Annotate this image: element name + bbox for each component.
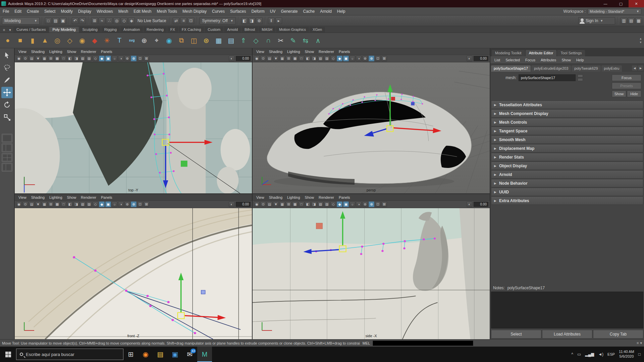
camera-attributes-icon[interactable]: ▤: [29, 201, 35, 207]
attribute-editor-footer-button[interactable]: Load Attributes: [542, 330, 592, 339]
viewport-menu-item[interactable]: Show: [65, 195, 79, 199]
gate-mask-icon[interactable]: ◨: [311, 201, 317, 207]
menu-item[interactable]: Curves: [209, 7, 227, 15]
shelf-tab[interactable]: Rendering: [144, 27, 167, 33]
attribute-section-header[interactable]: ▶ Mesh Component Display: [491, 109, 643, 118]
attribute-section-header[interactable]: ▶ Extra Attributes: [491, 196, 643, 205]
viewport-canvas-front[interactable]: front -Z: [15, 208, 252, 339]
viewport-menu-item[interactable]: Panels: [99, 195, 115, 199]
channel-box-toggle-icon[interactable]: ▥: [621, 17, 627, 24]
shelf-menu-icon[interactable]: ≡: [1, 27, 7, 33]
resolution-gate-icon[interactable]: ◧: [305, 201, 311, 207]
shelf-tab[interactable]: Bifrost: [241, 27, 258, 33]
use-all-lights-icon[interactable]: ☼: [112, 201, 117, 207]
wireframe-icon[interactable]: ◇: [93, 201, 98, 207]
maya-icon[interactable]: M: [197, 347, 212, 362]
anti-aliasing-icon[interactable]: ⊛: [369, 56, 374, 61]
menu-item[interactable]: Create: [24, 7, 42, 15]
safe-action-icon[interactable]: ▨: [86, 56, 92, 61]
viewport-menu-item[interactable]: Renderer: [78, 195, 99, 199]
search-input[interactable]: [26, 352, 120, 357]
shelf-options-icon[interactable]: ▾: [7, 27, 13, 33]
attribute-editor-menu-item[interactable]: Selected: [503, 58, 523, 62]
shelf-tab[interactable]: FX: [167, 27, 178, 33]
film-gate-icon[interactable]: □: [61, 56, 66, 61]
network-icon[interactable]: ▂▄▆: [585, 352, 594, 357]
battery-icon[interactable]: ▭: [577, 352, 581, 357]
shaded-icon[interactable]: ◆: [99, 201, 105, 207]
menu-item[interactable]: Edit Mesh: [131, 7, 154, 15]
attribute-section-header[interactable]: ▶ Tessellation Attributes: [491, 101, 643, 109]
isolate-select-icon[interactable]: ⊡: [375, 56, 381, 61]
isolate-select-icon[interactable]: ⊡: [137, 201, 143, 207]
attribute-section-header[interactable]: ▶ Smooth Mesh: [491, 135, 643, 144]
viewport-menu-item[interactable]: Renderer: [316, 50, 336, 54]
anti-aliasing-icon[interactable]: ⊛: [369, 201, 374, 207]
textured-icon[interactable]: ▣: [343, 56, 349, 61]
scale-tool[interactable]: [1, 112, 13, 123]
separate-icon[interactable]: ◫: [188, 35, 200, 46]
camera-attributes-icon[interactable]: ▤: [267, 201, 272, 207]
shelf-tab[interactable]: Poly Modeling: [49, 27, 78, 33]
viewport-menu-item[interactable]: View: [254, 50, 267, 54]
grid-toggle-icon[interactable]: ▩: [292, 201, 298, 207]
isolate-select-icon[interactable]: ⊡: [375, 201, 381, 207]
combine-icon[interactable]: ⧉: [176, 35, 187, 46]
lasso-tool[interactable]: [1, 62, 13, 73]
exposure-value[interactable]: 0.00: [474, 56, 488, 61]
make-live-icon[interactable]: ◈: [128, 17, 135, 24]
lock-camera-icon[interactable]: ⊙: [22, 56, 28, 61]
symmetry-selector[interactable]: Symmetry: Off ▼: [200, 17, 235, 24]
grid-toggle-icon[interactable]: ▩: [54, 201, 60, 207]
bevel-icon[interactable]: ◇: [250, 35, 262, 46]
mel-label[interactable]: MEL: [363, 341, 370, 345]
menu-set-selector[interactable]: Modeling ▼: [2, 17, 40, 24]
gate-mask-icon[interactable]: ◨: [73, 201, 79, 207]
platonic-solid-icon[interactable]: ◆: [89, 35, 100, 46]
bookmark-icon[interactable]: ▼: [35, 56, 41, 61]
safe-action-icon[interactable]: ▨: [324, 201, 330, 207]
close-button[interactable]: ✕: [629, 0, 644, 7]
shelf-tab[interactable]: XGen: [310, 27, 325, 33]
script-editor-icon[interactable]: ≡: [637, 341, 639, 345]
snap-to-point-icon[interactable]: ∴: [106, 17, 113, 24]
lock-camera-icon[interactable]: ⊙: [22, 201, 28, 207]
tool-settings-toggle-icon[interactable]: ▦: [635, 17, 642, 24]
pause-viewport-icon[interactable]: ‖: [268, 17, 275, 24]
render-settings-icon[interactable]: ⊚: [256, 17, 263, 24]
sculpt-sphere-icon[interactable]: ◉: [163, 35, 175, 46]
menu-item[interactable]: Deform: [249, 7, 267, 15]
shaded-icon[interactable]: ◆: [337, 201, 342, 207]
minimize-button[interactable]: —: [598, 0, 613, 7]
textured-icon[interactable]: ▣: [343, 201, 349, 207]
attribute-editor-footer-button[interactable]: Copy Tab: [593, 330, 643, 339]
construction-history-icon[interactable]: ⊡: [187, 17, 194, 24]
shaded-icon[interactable]: ◆: [337, 56, 342, 61]
task-view-icon[interactable]: ⊞: [123, 347, 138, 362]
attribute-editor-menu-item[interactable]: Attributes: [538, 58, 559, 62]
exposure-icon[interactable]: ◐: [467, 56, 472, 61]
menu-item[interactable]: Mesh Tools: [154, 7, 180, 15]
viewport-menu-item[interactable]: Lighting: [285, 50, 303, 54]
shelf-tab[interactable]: FX Caching: [179, 27, 204, 33]
exposure-value[interactable]: 0.00: [236, 202, 251, 207]
shelf-tab[interactable]: Motion Graphics: [276, 27, 309, 33]
boolean-union-icon[interactable]: ⊛: [201, 35, 212, 46]
textured-icon[interactable]: ▣: [105, 56, 111, 61]
panel-tab[interactable]: Modeling Toolkit: [492, 50, 525, 56]
live-surface-label[interactable]: No Live Surface: [136, 18, 167, 23]
viewport-menu-item[interactable]: Renderer: [316, 195, 336, 199]
menu-item[interactable]: Display: [75, 7, 94, 15]
poly-torus-icon[interactable]: ◎: [52, 35, 63, 46]
x-ray-icon[interactable]: ⊠: [144, 56, 149, 61]
shadows-icon[interactable]: ◑: [356, 56, 362, 61]
action-center-icon[interactable]: □: [638, 352, 641, 357]
viewport-canvas-persp[interactable]: persp: [253, 62, 490, 193]
viewport-menu-item[interactable]: Shading: [267, 195, 285, 199]
two-d-pan-zoom-icon[interactable]: ⊞: [48, 201, 54, 207]
input-connections-icon[interactable]: ⇄: [173, 17, 179, 24]
textured-icon[interactable]: ▣: [105, 201, 111, 207]
use-all-lights-icon[interactable]: ☼: [112, 56, 117, 61]
wireframe-icon[interactable]: ◇: [93, 56, 98, 61]
field-chart-icon[interactable]: ▧: [318, 56, 323, 61]
